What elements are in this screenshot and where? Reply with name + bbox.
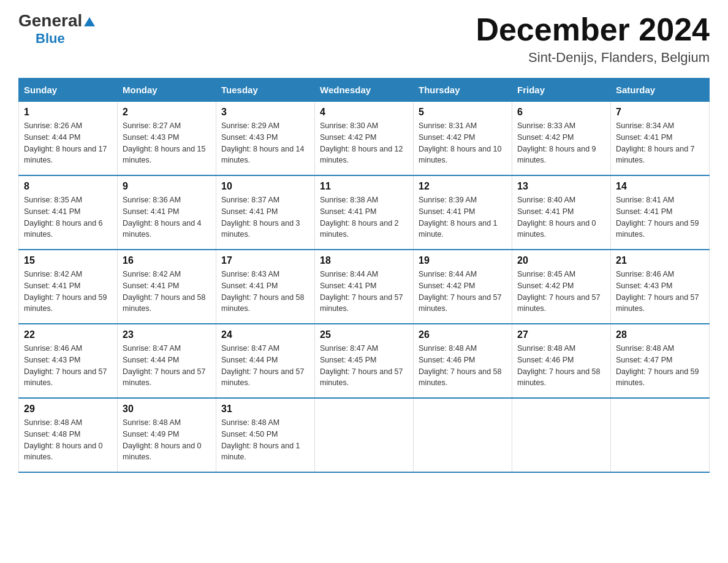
day-info: Sunrise: 8:36 AMSunset: 4:41 PMDaylight:…: [123, 194, 211, 240]
day-info: Sunrise: 8:46 AMSunset: 4:43 PMDaylight:…: [24, 343, 112, 389]
day-info: Sunrise: 8:48 AMSunset: 4:49 PMDaylight:…: [123, 417, 211, 463]
calendar-day-cell: 11Sunrise: 8:38 AMSunset: 4:41 PMDayligh…: [315, 175, 414, 250]
calendar-day-cell: 5Sunrise: 8:31 AMSunset: 4:42 PMDaylight…: [414, 102, 512, 176]
calendar-day-cell: 14Sunrise: 8:41 AMSunset: 4:41 PMDayligh…: [611, 175, 710, 250]
day-number: 4: [320, 107, 408, 118]
calendar-day-cell: 3Sunrise: 8:29 AMSunset: 4:43 PMDaylight…: [216, 102, 315, 176]
day-of-week-header: Thursday: [414, 79, 512, 102]
calendar-day-cell: 7Sunrise: 8:34 AMSunset: 4:41 PMDaylight…: [611, 102, 710, 176]
calendar-day-cell: 29Sunrise: 8:48 AMSunset: 4:48 PMDayligh…: [19, 398, 118, 472]
calendar-day-cell: 9Sunrise: 8:36 AMSunset: 4:41 PMDaylight…: [118, 175, 216, 250]
calendar-header-row: SundayMondayTuesdayWednesdayThursdayFrid…: [19, 79, 710, 102]
day-info: Sunrise: 8:48 AMSunset: 4:50 PMDaylight:…: [221, 417, 309, 463]
day-info: Sunrise: 8:44 AMSunset: 4:42 PMDaylight:…: [419, 269, 507, 315]
calendar-day-cell: [315, 398, 414, 472]
day-number: 10: [221, 181, 309, 192]
day-info: Sunrise: 8:26 AMSunset: 4:44 PMDaylight:…: [24, 120, 112, 166]
page-header: General Blue December 2024 Sint-Denijs, …: [18, 12, 710, 66]
day-info: Sunrise: 8:37 AMSunset: 4:41 PMDaylight:…: [221, 194, 309, 240]
location-text: Sint-Denijs, Flanders, Belgium: [476, 50, 710, 66]
calendar-day-cell: 23Sunrise: 8:47 AMSunset: 4:44 PMDayligh…: [118, 324, 216, 398]
day-number: 16: [123, 255, 211, 266]
logo-blue-text: Blue: [36, 31, 65, 47]
day-info: Sunrise: 8:48 AMSunset: 4:47 PMDaylight:…: [616, 343, 704, 389]
calendar-week-row: 8Sunrise: 8:35 AMSunset: 4:41 PMDaylight…: [19, 175, 710, 250]
calendar-day-cell: 25Sunrise: 8:47 AMSunset: 4:45 PMDayligh…: [315, 324, 414, 398]
day-number: 6: [517, 107, 605, 118]
logo-general: General: [18, 12, 95, 29]
day-info: Sunrise: 8:27 AMSunset: 4:43 PMDaylight:…: [123, 120, 211, 166]
day-number: 29: [24, 404, 112, 415]
day-info: Sunrise: 8:45 AMSunset: 4:42 PMDaylight:…: [517, 269, 605, 315]
day-number: 31: [221, 404, 309, 415]
calendar-day-cell: 30Sunrise: 8:48 AMSunset: 4:49 PMDayligh…: [118, 398, 216, 472]
day-info: Sunrise: 8:30 AMSunset: 4:42 PMDaylight:…: [320, 120, 408, 166]
calendar-day-cell: 6Sunrise: 8:33 AMSunset: 4:42 PMDaylight…: [512, 102, 611, 176]
day-number: 18: [320, 255, 408, 266]
day-number: 15: [24, 255, 112, 266]
calendar-day-cell: 27Sunrise: 8:48 AMSunset: 4:46 PMDayligh…: [512, 324, 611, 398]
logo: General Blue: [18, 12, 95, 47]
day-number: 12: [419, 181, 507, 192]
day-number: 27: [517, 329, 605, 340]
title-block: December 2024 Sint-Denijs, Flanders, Bel…: [476, 12, 710, 66]
calendar-week-row: 29Sunrise: 8:48 AMSunset: 4:48 PMDayligh…: [19, 398, 710, 472]
day-number: 2: [123, 107, 211, 118]
calendar-day-cell: 17Sunrise: 8:43 AMSunset: 4:41 PMDayligh…: [216, 250, 315, 324]
calendar-day-cell: 1Sunrise: 8:26 AMSunset: 4:44 PMDaylight…: [19, 102, 118, 176]
calendar-day-cell: 24Sunrise: 8:47 AMSunset: 4:44 PMDayligh…: [216, 324, 315, 398]
day-info: Sunrise: 8:29 AMSunset: 4:43 PMDaylight:…: [221, 120, 309, 166]
day-info: Sunrise: 8:34 AMSunset: 4:41 PMDaylight:…: [616, 120, 704, 166]
day-number: 9: [123, 181, 211, 192]
month-title: December 2024: [476, 12, 710, 47]
calendar-day-cell: 12Sunrise: 8:39 AMSunset: 4:41 PMDayligh…: [414, 175, 512, 250]
calendar-day-cell: 8Sunrise: 8:35 AMSunset: 4:41 PMDaylight…: [19, 175, 118, 250]
day-number: 8: [24, 181, 112, 192]
day-of-week-header: Saturday: [611, 79, 710, 102]
day-number: 3: [221, 107, 309, 118]
calendar-day-cell: 18Sunrise: 8:44 AMSunset: 4:41 PMDayligh…: [315, 250, 414, 324]
day-number: 7: [616, 107, 704, 118]
day-number: 19: [419, 255, 507, 266]
calendar-day-cell: 16Sunrise: 8:42 AMSunset: 4:41 PMDayligh…: [118, 250, 216, 324]
day-info: Sunrise: 8:38 AMSunset: 4:41 PMDaylight:…: [320, 194, 408, 240]
day-of-week-header: Wednesday: [315, 79, 414, 102]
day-info: Sunrise: 8:48 AMSunset: 4:48 PMDaylight:…: [24, 417, 112, 463]
calendar-day-cell: 2Sunrise: 8:27 AMSunset: 4:43 PMDaylight…: [118, 102, 216, 176]
day-info: Sunrise: 8:41 AMSunset: 4:41 PMDaylight:…: [616, 194, 704, 240]
day-number: 5: [419, 107, 507, 118]
day-of-week-header: Tuesday: [216, 79, 315, 102]
calendar-week-row: 1Sunrise: 8:26 AMSunset: 4:44 PMDaylight…: [19, 102, 710, 176]
day-number: 14: [616, 181, 704, 192]
day-number: 17: [221, 255, 309, 266]
day-info: Sunrise: 8:35 AMSunset: 4:41 PMDaylight:…: [24, 194, 112, 240]
calendar-day-cell: 20Sunrise: 8:45 AMSunset: 4:42 PMDayligh…: [512, 250, 611, 324]
day-info: Sunrise: 8:40 AMSunset: 4:41 PMDaylight:…: [517, 194, 605, 240]
calendar-day-cell: 26Sunrise: 8:48 AMSunset: 4:46 PMDayligh…: [414, 324, 512, 398]
day-info: Sunrise: 8:31 AMSunset: 4:42 PMDaylight:…: [419, 120, 507, 166]
calendar-day-cell: [611, 398, 710, 472]
day-info: Sunrise: 8:48 AMSunset: 4:46 PMDaylight:…: [419, 343, 507, 389]
day-info: Sunrise: 8:47 AMSunset: 4:44 PMDaylight:…: [221, 343, 309, 389]
calendar-day-cell: 19Sunrise: 8:44 AMSunset: 4:42 PMDayligh…: [414, 250, 512, 324]
day-number: 21: [616, 255, 704, 266]
day-info: Sunrise: 8:43 AMSunset: 4:41 PMDaylight:…: [221, 269, 309, 315]
calendar-day-cell: 31Sunrise: 8:48 AMSunset: 4:50 PMDayligh…: [216, 398, 315, 472]
day-of-week-header: Sunday: [19, 79, 118, 102]
day-number: 20: [517, 255, 605, 266]
day-of-week-header: Monday: [118, 79, 216, 102]
calendar-day-cell: 28Sunrise: 8:48 AMSunset: 4:47 PMDayligh…: [611, 324, 710, 398]
day-of-week-header: Friday: [512, 79, 611, 102]
day-number: 26: [419, 329, 507, 340]
day-info: Sunrise: 8:46 AMSunset: 4:43 PMDaylight:…: [616, 269, 704, 315]
day-info: Sunrise: 8:48 AMSunset: 4:46 PMDaylight:…: [517, 343, 605, 389]
calendar-day-cell: 15Sunrise: 8:42 AMSunset: 4:41 PMDayligh…: [19, 250, 118, 324]
calendar-day-cell: [512, 398, 611, 472]
calendar-table: SundayMondayTuesdayWednesdayThursdayFrid…: [18, 78, 710, 473]
day-number: 30: [123, 404, 211, 415]
day-info: Sunrise: 8:47 AMSunset: 4:45 PMDaylight:…: [320, 343, 408, 389]
calendar-week-row: 22Sunrise: 8:46 AMSunset: 4:43 PMDayligh…: [19, 324, 710, 398]
day-number: 24: [221, 329, 309, 340]
calendar-day-cell: [414, 398, 512, 472]
day-number: 13: [517, 181, 605, 192]
